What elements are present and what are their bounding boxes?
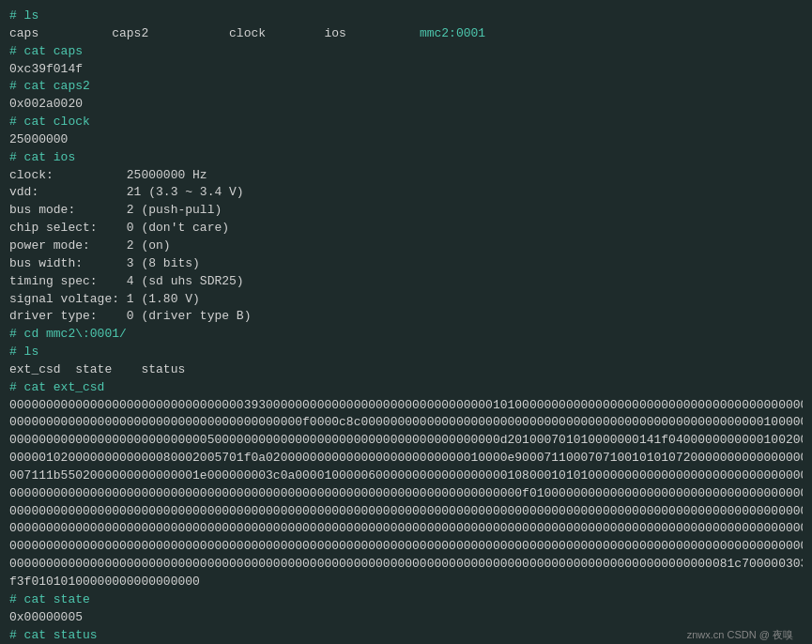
line-extcsd-3: 0000000000000000000000000005000000000000…	[9, 432, 803, 450]
line-extcsd-6: 0000000000000000000000000000000000000000…	[9, 485, 803, 503]
line-extcsd-7: 0000000000000000000000000000000000000000…	[9, 503, 803, 521]
line-ios-bus-width: bus width: 3 (8 bits)	[9, 255, 803, 273]
line-ios-signal-voltage: signal voltage: 1 (1.80 V)	[9, 291, 803, 309]
line-cat-caps-cmd: # cat caps	[9, 43, 803, 61]
terminal-window: # ls caps caps2 clock ios mmc2:0001 # ca…	[9, 8, 803, 644]
line-caps2-val: 0x002a0020	[9, 96, 803, 114]
line-cat-clock-cmd: # cat clock	[9, 114, 803, 131]
watermark-text: CSDN @ 夜嗅	[728, 629, 793, 640]
line-cat-ios-cmd: # cat ios	[9, 149, 803, 167]
line-cat-state-cmd: # cat state	[9, 591, 803, 609]
line-extcsd-10: 0000000000000000000000000000000000000000…	[9, 556, 803, 574]
line-extcsd-8: 0000000000000000000000000000000000000000…	[9, 520, 803, 538]
line-cd-mmc-cmd: # cd mmc2\:0001/	[9, 326, 803, 344]
line-cat-status-cmd: # cat status	[9, 627, 803, 644]
line-extcsd-5: 007111b5502000000000000001e000000003c0a0…	[9, 468, 803, 485]
line-ios-timing-spec: timing spec: 4 (sd uhs SDR25)	[9, 273, 803, 291]
line-cat-extcsd-cmd: # cat ext_csd	[9, 379, 803, 397]
line-extcsd-2: 0000000000000000000000000000000000000000…	[9, 414, 803, 432]
line-extcsd-11: f3f01010100000000000000000	[9, 574, 803, 591]
line-ios-bus-mode: bus mode: 2 (push-pull)	[9, 202, 803, 220]
line-ls-cmd: # ls	[9, 8, 803, 25]
line-ios-driver-type: driver type: 0 (driver type B)	[9, 308, 803, 326]
line-ios-power-mode: power mode: 2 (on)	[9, 238, 803, 255]
line-ls-output: caps caps2 clock ios mmc2:0001	[9, 25, 803, 43]
line-extcsd-4: 00000102000000000000080002005701f0a02000…	[9, 450, 803, 468]
line-clock-val: 25000000	[9, 131, 803, 149]
line-ios-clock: clock: 25000000 Hz	[9, 167, 803, 185]
line-ls2-output: ext_csd state status	[9, 361, 803, 379]
line-extcsd-9: 0000000000000000000000000000000000000000…	[9, 538, 803, 556]
watermark-site: znwx.cn	[687, 629, 725, 640]
watermark: znwx.cn CSDN @ 夜嗅	[687, 628, 793, 642]
line-ios-chip-select: chip select: 0 (don't care)	[9, 220, 803, 238]
line-state-val: 0x00000005	[9, 609, 803, 627]
line-cat-caps2-cmd: # cat caps2	[9, 78, 803, 96]
line-extcsd-1: 0000000000000000000000000000000039300000…	[9, 397, 803, 415]
line-ls2-cmd: # ls	[9, 344, 803, 361]
line-caps-val: 0xc39f014f	[9, 61, 803, 79]
line-ios-vdd: vdd: 21 (3.3 ~ 3.4 V)	[9, 184, 803, 202]
